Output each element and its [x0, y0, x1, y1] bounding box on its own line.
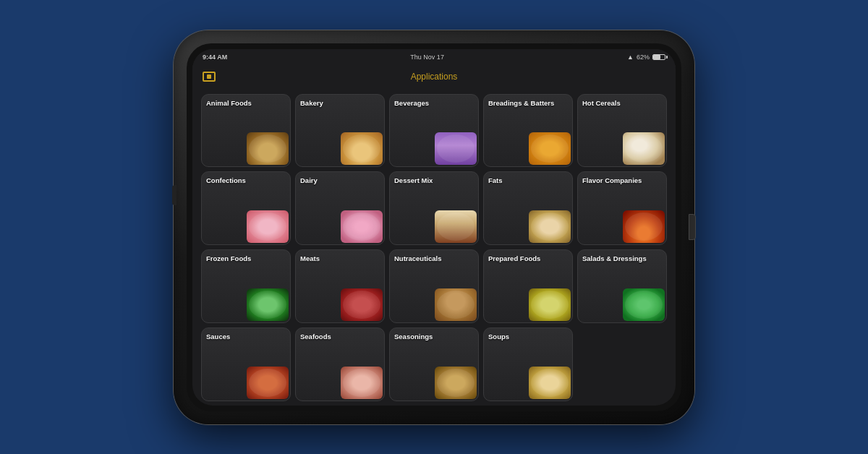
food-cell-prepared-foods[interactable]: Prepared Foods: [483, 249, 573, 323]
food-cell-meats[interactable]: Meats: [295, 249, 385, 323]
wifi-icon: ▲: [627, 53, 634, 61]
food-image-flavor-companies: [623, 210, 665, 243]
food-label-soups: Soups: [488, 333, 509, 340]
food-label-meats: Meats: [300, 254, 320, 262]
food-image-sauces: [247, 367, 289, 399]
food-label-confections: Confections: [206, 176, 246, 184]
app-header: Applications: [192, 65, 676, 88]
food-cell-animal-foods[interactable]: Animal Foods: [201, 94, 291, 168]
food-image-prepared-foods: [529, 288, 571, 321]
food-label-salads-dressings: Salads & Dressings: [582, 254, 647, 262]
app-logo-icon[interactable]: [203, 72, 216, 82]
food-image-meats: [341, 288, 383, 321]
food-image-bakery: [341, 132, 383, 165]
food-image-confections: [247, 210, 289, 243]
food-cell-bakery[interactable]: Bakery: [295, 94, 385, 168]
food-label-flavor-companies: Flavor Companies: [582, 176, 642, 184]
food-label-hot-cereals: Hot Cereals: [582, 99, 621, 107]
food-image-hot-cereals: [623, 132, 665, 165]
food-cell-dessert-mix[interactable]: Dessert Mix: [389, 171, 479, 245]
food-image-breadings-batters: [529, 132, 571, 165]
food-cell-seafoods[interactable]: Seafoods: [295, 327, 385, 401]
food-image-animal-foods: [247, 132, 289, 165]
food-image-salads-dressings: [623, 288, 665, 321]
food-grid: Animal FoodsBakeryBeveragesBreadings & B…: [201, 94, 667, 401]
food-label-nutraceuticals: Nutraceuticals: [394, 254, 441, 262]
app-title: Applications: [411, 72, 458, 82]
tablet-device: 9:44 AM Thu Nov 17 ▲ 62% Applications: [174, 30, 694, 424]
status-bar: 9:44 AM Thu Nov 17 ▲ 62%: [192, 49, 676, 65]
battery-icon: [652, 54, 665, 60]
food-image-soups: [529, 367, 571, 399]
food-cell-beverages[interactable]: Beverages: [389, 94, 479, 168]
status-icons: ▲ 62%: [627, 53, 665, 61]
food-label-prepared-foods: Prepared Foods: [488, 254, 540, 262]
food-cell-sauces[interactable]: Sauces: [201, 327, 291, 401]
food-cell-soups[interactable]: Soups: [483, 327, 573, 401]
food-label-fats: Fats: [488, 176, 503, 184]
food-label-animal-foods: Animal Foods: [206, 99, 252, 107]
background: 9:44 AM Thu Nov 17 ▲ 62% Applications: [174, 30, 694, 424]
grid-area: Animal FoodsBakeryBeveragesBreadings & B…: [192, 88, 676, 406]
food-image-nutraceuticals: [435, 288, 477, 321]
status-time: 9:44 AM: [203, 53, 227, 61]
food-cell-dairy[interactable]: Dairy: [295, 171, 385, 245]
food-label-dessert-mix: Dessert Mix: [394, 176, 433, 184]
food-label-frozen-foods: Frozen Foods: [206, 254, 251, 262]
food-label-bakery: Bakery: [300, 99, 323, 107]
food-cell-fats[interactable]: Fats: [483, 171, 573, 245]
food-image-beverages: [435, 132, 477, 165]
food-cell-salads-dressings[interactable]: Salads & Dressings: [577, 249, 667, 323]
food-cell-frozen-foods[interactable]: Frozen Foods: [201, 249, 291, 323]
food-cell-nutraceuticals[interactable]: Nutraceuticals: [389, 249, 479, 323]
food-label-beverages: Beverages: [394, 99, 429, 107]
food-image-seafoods: [341, 367, 383, 399]
tablet-screen: 9:44 AM Thu Nov 17 ▲ 62% Applications: [192, 49, 676, 406]
food-image-fats: [529, 210, 571, 243]
food-cell-flavor-companies[interactable]: Flavor Companies: [577, 171, 667, 245]
food-label-breadings-batters: Breadings & Batters: [488, 99, 554, 107]
food-cell-confections[interactable]: Confections: [201, 171, 291, 245]
food-image-frozen-foods: [247, 288, 289, 321]
food-image-dessert-mix: [435, 210, 477, 243]
food-label-seasonings: Seasonings: [394, 333, 433, 340]
food-label-sauces: Sauces: [206, 333, 230, 340]
food-cell-breadings-batters[interactable]: Breadings & Batters: [483, 94, 573, 168]
food-image-seasonings: [435, 367, 477, 399]
food-cell-hot-cereals[interactable]: Hot Cereals: [577, 94, 667, 168]
status-date: Thu Nov 17: [410, 53, 444, 61]
food-label-seafoods: Seafoods: [300, 333, 331, 340]
food-label-dairy: Dairy: [300, 176, 318, 184]
food-image-dairy: [341, 210, 383, 243]
tablet-bezel: 9:44 AM Thu Nov 17 ▲ 62% Applications: [187, 43, 681, 411]
food-cell-seasonings[interactable]: Seasonings: [389, 327, 479, 401]
battery-percent: 62%: [637, 53, 650, 61]
